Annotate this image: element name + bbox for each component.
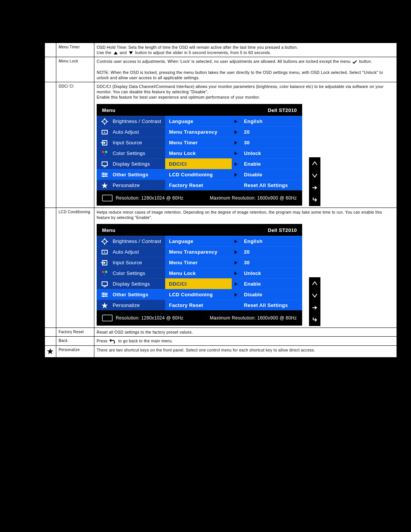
label-personalize: Personalize	[56, 346, 94, 358]
nav-right-icon[interactable]	[309, 182, 320, 194]
svg-point-13	[104, 154, 106, 156]
osd-mid-item[interactable]: DDC/CI	[165, 278, 232, 289]
color-settings-icon	[100, 269, 109, 278]
nav-back-icon[interactable]	[309, 314, 320, 326]
check-icon	[352, 60, 357, 64]
svg-point-35	[104, 274, 106, 276]
triangle-right-icon	[234, 240, 237, 243]
osd-left-item[interactable]: +Auto Adjust	[97, 246, 165, 257]
osd-value-column: English2030UnlockEnableDisableReset All …	[240, 236, 302, 310]
osd-mid-item[interactable]: LCD Conditioning	[165, 289, 232, 300]
osd-arrow-cell	[232, 236, 240, 246]
osd-arrow-cell	[232, 300, 240, 310]
osd-mid-item[interactable]: Menu Lock	[165, 268, 232, 278]
osd-left-item[interactable]: Other Settings	[97, 169, 165, 180]
triangle-right-icon	[234, 261, 237, 265]
svg-marker-22	[102, 182, 108, 189]
svg-marker-0	[114, 51, 118, 54]
label-back: Back	[56, 337, 94, 346]
svg-point-11	[102, 151, 104, 153]
osd-left-item[interactable]: Personalize	[97, 300, 165, 310]
osd-left-item[interactable]: Display Settings	[97, 158, 165, 169]
osd-left-item[interactable]: Display Settings	[97, 278, 165, 289]
osd-nav-buttons	[309, 277, 320, 326]
caret-down-icon	[129, 51, 133, 55]
row-icon-empty	[45, 43, 56, 57]
osd-arrow-cell	[232, 257, 240, 268]
nav-down-icon[interactable]	[309, 289, 320, 302]
osd-left-item[interactable]: Color Settings	[97, 268, 165, 278]
osd-arrow-cell	[232, 169, 240, 180]
svg-point-20	[105, 174, 107, 176]
osd-max-resolution: Maximum Resolution: 1600x900 @ 60Hz	[210, 195, 297, 201]
triangle-right-icon	[234, 293, 237, 297]
osd-arrow-cell	[232, 246, 240, 257]
other-settings-icon	[100, 291, 109, 299]
osd-value-item: Disable	[240, 289, 302, 300]
caret-up-icon	[113, 51, 118, 55]
osd-max-resolution: Maximum Resolution: 1600x900 @ 60Hz	[210, 315, 297, 321]
other-settings-icon	[100, 171, 109, 179]
monitor-icon	[102, 315, 113, 321]
osd-mid-item[interactable]: Language	[165, 116, 232, 126]
osd-left-item[interactable]: Input Source	[97, 137, 165, 148]
brightness-icon	[100, 237, 109, 246]
osd-arrow-cell	[232, 148, 240, 158]
osd-left-item[interactable]: Brightness / Contrast	[97, 236, 165, 246]
svg-marker-44	[102, 302, 108, 308]
osd-mid-item[interactable]: Menu Timer	[165, 137, 232, 148]
nav-right-icon[interactable]	[309, 302, 320, 314]
osd-value-item: Unlock	[240, 268, 302, 278]
osd-mid-item[interactable]: Factory Reset	[165, 300, 232, 310]
osd-value-column: English2030UnlockEnableDisableReset All …	[240, 116, 302, 190]
svg-marker-1	[129, 51, 133, 54]
personalize-star-icon	[100, 301, 109, 310]
osd-left-item[interactable]: Personalize	[97, 180, 165, 190]
nav-up-icon[interactable]	[309, 157, 320, 169]
osd-left-item[interactable]: Input Source	[97, 257, 165, 268]
nav-back-icon[interactable]	[309, 194, 320, 206]
osd-value-item: Disable	[240, 169, 302, 180]
osd-mid-item[interactable]: Menu Timer	[165, 257, 232, 268]
triangle-right-icon	[234, 173, 237, 177]
input-source-icon	[100, 259, 109, 267]
nav-up-icon[interactable]	[309, 277, 320, 289]
nav-down-icon[interactable]	[309, 169, 320, 182]
osd-arrow-cell	[232, 289, 240, 300]
osd-mid-item[interactable]: Menu Transparency	[165, 246, 232, 257]
osd-value-item: English	[240, 236, 302, 246]
svg-point-12	[105, 151, 107, 153]
triangle-right-icon	[234, 152, 237, 155]
osd-left-item[interactable]: Color Settings	[97, 148, 165, 158]
osd-nav-buttons	[309, 157, 320, 206]
osd-mid-item[interactable]: DDC/CI	[165, 158, 232, 169]
osd-value-item: Reset All Settings	[240, 180, 302, 190]
osd-arrow-column	[232, 116, 240, 190]
triangle-right-icon	[234, 250, 237, 254]
osd-left-item[interactable]: Brightness / Contrast	[97, 116, 165, 126]
osd-mid-column: LanguageMenu TransparencyMenu TimerMenu …	[165, 116, 232, 190]
osd-left-item[interactable]: +Auto Adjust	[97, 126, 165, 137]
osd-value-item: Unlock	[240, 148, 302, 158]
osd-arrow-cell	[232, 116, 240, 126]
osd-left-column: Brightness / Contrast+Auto AdjustInput S…	[97, 236, 165, 310]
osd-mid-item[interactable]: Language	[165, 236, 232, 246]
personalize-star-icon	[100, 181, 109, 190]
osd-mid-item[interactable]: Factory Reset	[165, 180, 232, 190]
osd-mid-item[interactable]: Menu Transparency	[165, 126, 232, 137]
osd-footer: Resolution: 1280x1024 @ 60HzMaximum Reso…	[97, 190, 302, 206]
osd-value-item: Reset All Settings	[240, 300, 302, 310]
osd-mid-item[interactable]: LCD Conditioning	[165, 169, 232, 180]
auto-adjust-icon: +	[100, 248, 109, 256]
osd-screenshot-ddc: MenuDell ST2010Brightness / Contrast+Aut…	[97, 104, 394, 206]
triangle-right-icon	[234, 162, 237, 166]
triangle-right-icon	[234, 120, 237, 123]
osd-arrow-cell	[232, 158, 240, 169]
osd-mid-item[interactable]: Menu Lock	[165, 148, 232, 158]
desc-personalize: There are two shortcut keys on the front…	[94, 346, 397, 358]
osd-left-item[interactable]: Other Settings	[97, 289, 165, 300]
osd-model: Dell ST2010	[268, 227, 297, 234]
osd-model: Dell ST2010	[268, 107, 297, 114]
osd-footer: Resolution: 1280x1024 @ 60HzMaximum Reso…	[97, 310, 302, 326]
desc-lcd-cond: Helps reduce minor cases of image retent…	[94, 208, 397, 328]
